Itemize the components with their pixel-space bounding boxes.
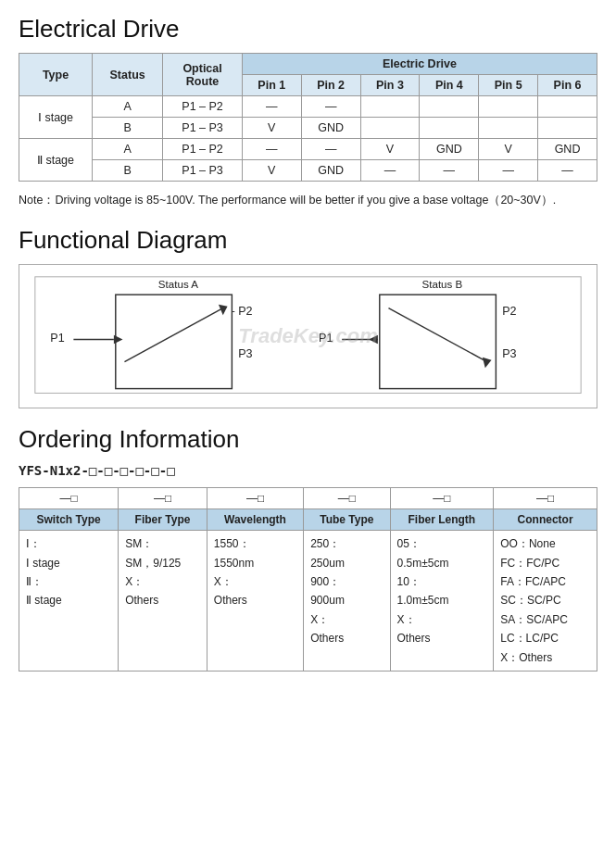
dash-5: —□ bbox=[390, 488, 494, 509]
dash-4: —□ bbox=[304, 488, 390, 509]
table-row: Ⅰ stage A P1 – P2 — — bbox=[19, 96, 597, 118]
col-connector: Connector bbox=[494, 509, 597, 531]
svg-marker-6 bbox=[114, 335, 123, 345]
svg-rect-12 bbox=[380, 295, 497, 388]
col-type: Type bbox=[19, 54, 93, 96]
table-row: B P1 – P3 V GND — — — — bbox=[19, 160, 597, 182]
svg-text:P1: P1 bbox=[319, 332, 333, 345]
tube-type-values: 250：250um900：900umX：Others bbox=[304, 531, 390, 672]
type-i-stage: Ⅰ stage bbox=[19, 96, 93, 139]
svg-rect-3 bbox=[116, 295, 233, 388]
status-a: A bbox=[93, 96, 163, 118]
col-pin5: Pin 5 bbox=[479, 75, 538, 96]
col-pin3: Pin 3 bbox=[360, 75, 420, 96]
col-status: Status bbox=[93, 54, 163, 96]
ordering-data-row: Ⅰ：Ⅰ stageⅡ：Ⅱ stage SM：SM，9/125X：Others 1… bbox=[19, 531, 597, 672]
svg-text:P3: P3 bbox=[502, 347, 516, 360]
electrical-drive-note: Note：Driving voltage is 85~100V. The per… bbox=[19, 191, 597, 209]
connector-values: OO：NoneFC：FC/PCFA：FC/APCSC：SC/PCSA：SC/AP… bbox=[494, 531, 597, 672]
svg-text:Status B: Status B bbox=[422, 279, 463, 290]
status-b: B bbox=[93, 118, 163, 139]
svg-text:P1: P1 bbox=[50, 332, 64, 345]
svg-line-16 bbox=[388, 308, 486, 362]
col-pin6: Pin 6 bbox=[538, 75, 597, 96]
type-ii-stage: Ⅱ stage bbox=[19, 139, 93, 182]
diagram-svg: Status A Status B P1 P2 P3 P1 bbox=[31, 272, 585, 397]
model-code: YFS-N1x2-□-□-□-□-□-□ bbox=[19, 463, 597, 478]
dash-2: —□ bbox=[119, 488, 207, 509]
table-row: B P1 – P3 V GND bbox=[19, 118, 597, 139]
dash-row: —□ —□ —□ —□ —□ —□ bbox=[19, 488, 597, 509]
fiber-length-values: 05：0.5m±5cm10：1.0m±5cmX：Others bbox=[390, 531, 494, 672]
svg-marker-15 bbox=[369, 335, 378, 345]
route-p1p3: P1 – P3 bbox=[163, 118, 243, 139]
svg-line-7 bbox=[124, 308, 222, 362]
diagram-box: TradeKey.com Status A Status B P1 P2 P3 bbox=[19, 264, 597, 408]
fiber-type-values: SM：SM，9/125X：Others bbox=[119, 531, 207, 672]
route-p1p2: P1 – P2 bbox=[163, 96, 243, 118]
col-pin2: Pin 2 bbox=[301, 75, 360, 96]
table-row: Ⅱ stage A P1 – P2 — — V GND V GND bbox=[19, 139, 597, 160]
pin1-val: — bbox=[242, 96, 301, 118]
ordering-info-title: Ordering Information bbox=[19, 425, 597, 454]
dash-6: —□ bbox=[494, 488, 597, 509]
svg-marker-17 bbox=[483, 358, 492, 369]
col-wavelength: Wavelength bbox=[207, 509, 303, 531]
pin2-val: — bbox=[301, 96, 360, 118]
dash-1: —□ bbox=[19, 488, 119, 509]
col-tube-type: Tube Type bbox=[304, 509, 390, 531]
functional-diagram-title: Functional Diagram bbox=[19, 226, 597, 255]
svg-text:P3: P3 bbox=[238, 347, 252, 360]
functional-diagram-container: TradeKey.com Status A Status B P1 P2 P3 bbox=[19, 264, 597, 408]
col-fiber-length: Fiber Length bbox=[390, 509, 494, 531]
wavelength-values: 1550：1550nmX：Others bbox=[207, 531, 303, 672]
dash-3: —□ bbox=[207, 488, 303, 509]
svg-text:P2: P2 bbox=[502, 305, 516, 318]
col-pin1: Pin 1 bbox=[242, 75, 301, 96]
switch-type-values: Ⅰ：Ⅰ stageⅡ：Ⅱ stage bbox=[19, 531, 119, 672]
col-switch-type: Switch Type bbox=[19, 509, 119, 531]
svg-text:Status A: Status A bbox=[158, 279, 198, 290]
col-electric-drive: Electric Drive bbox=[242, 54, 597, 75]
ordering-header-row: Switch Type Fiber Type Wavelength Tube T… bbox=[19, 509, 597, 531]
col-optical-route: OpticalRoute bbox=[163, 54, 243, 96]
col-fiber-type: Fiber Type bbox=[119, 509, 207, 531]
col-pin4: Pin 4 bbox=[420, 75, 479, 96]
ordering-table: —□ —□ —□ —□ —□ —□ Switch Type Fiber Type… bbox=[19, 487, 597, 672]
electrical-drive-table: Type Status OpticalRoute Electric Drive … bbox=[19, 53, 597, 182]
svg-text:P2: P2 bbox=[238, 305, 252, 318]
electrical-drive-title: Electrical Drive bbox=[19, 15, 597, 44]
